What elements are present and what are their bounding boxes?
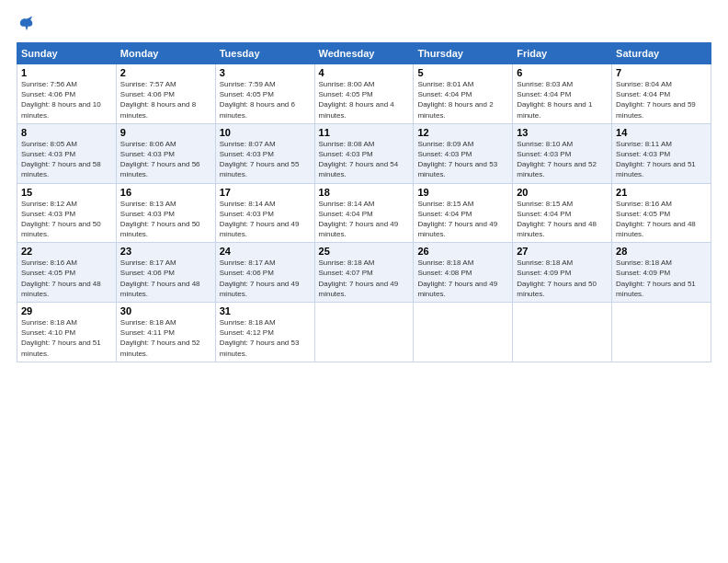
day-number: 4: [319, 67, 410, 78]
logo-icon: [17, 15, 37, 35]
week-row: 8 Sunrise: 8:05 AMSunset: 4:03 PMDayligh…: [17, 123, 711, 183]
cell-info: Sunrise: 8:16 AMSunset: 4:05 PMDaylight:…: [616, 200, 696, 239]
cell-info: Sunrise: 7:59 AMSunset: 4:05 PMDaylight:…: [220, 80, 295, 120]
calendar-cell: 26 Sunrise: 8:18 AMSunset: 4:08 PMDaylig…: [414, 243, 513, 303]
column-header-thursday: Thursday: [414, 43, 513, 64]
calendar-cell: 21 Sunrise: 8:16 AMSunset: 4:05 PMDaylig…: [612, 183, 711, 243]
column-header-saturday: Saturday: [612, 43, 711, 64]
day-number: 31: [220, 305, 311, 316]
cell-info: Sunrise: 8:18 AMSunset: 4:10 PMDaylight:…: [21, 318, 101, 358]
calendar-cell: 5 Sunrise: 8:01 AMSunset: 4:04 PMDayligh…: [414, 64, 513, 124]
day-number: 20: [517, 187, 608, 198]
day-number: 14: [616, 127, 707, 138]
calendar-cell: 11 Sunrise: 8:08 AMSunset: 4:03 PMDaylig…: [314, 123, 414, 183]
calendar-cell: 18 Sunrise: 8:14 AMSunset: 4:04 PMDaylig…: [314, 183, 414, 243]
day-number: 17: [220, 187, 311, 198]
day-number: 8: [21, 127, 112, 138]
calendar-cell: 22 Sunrise: 8:16 AMSunset: 4:05 PMDaylig…: [17, 243, 117, 303]
week-row: 22 Sunrise: 8:16 AMSunset: 4:05 PMDaylig…: [17, 243, 711, 303]
cell-info: Sunrise: 8:18 AMSunset: 4:07 PMDaylight:…: [319, 259, 399, 298]
cell-info: Sunrise: 8:07 AMSunset: 4:03 PMDaylight:…: [220, 140, 300, 179]
calendar-cell: 20 Sunrise: 8:15 AMSunset: 4:04 PMDaylig…: [513, 183, 612, 243]
calendar-cell: 17 Sunrise: 8:14 AMSunset: 4:03 PMDaylig…: [215, 183, 314, 243]
week-row: 29 Sunrise: 8:18 AMSunset: 4:10 PMDaylig…: [17, 303, 711, 362]
cell-info: Sunrise: 8:12 AMSunset: 4:03 PMDaylight:…: [21, 200, 101, 239]
day-number: 11: [319, 127, 410, 138]
day-number: 16: [120, 187, 211, 198]
day-number: 15: [21, 187, 112, 198]
cell-info: Sunrise: 8:09 AMSunset: 4:03 PMDaylight:…: [417, 140, 497, 179]
calendar-cell: 4 Sunrise: 8:00 AMSunset: 4:05 PMDayligh…: [314, 64, 414, 124]
day-number: 22: [21, 246, 112, 257]
calendar-cell: 16 Sunrise: 8:13 AMSunset: 4:03 PMDaylig…: [116, 183, 215, 243]
day-number: 9: [120, 127, 211, 138]
cell-info: Sunrise: 8:17 AMSunset: 4:06 PMDaylight:…: [220, 259, 300, 298]
calendar-cell: 29 Sunrise: 8:18 AMSunset: 4:10 PMDaylig…: [17, 303, 117, 362]
page-header: [17, 15, 711, 35]
day-number: 5: [417, 67, 508, 78]
day-number: 24: [220, 246, 311, 257]
calendar-cell: 6 Sunrise: 8:03 AMSunset: 4:04 PMDayligh…: [513, 64, 612, 124]
day-number: 30: [120, 305, 211, 316]
day-number: 18: [319, 187, 410, 198]
calendar-table: SundayMondayTuesdayWednesdayThursdayFrid…: [17, 42, 711, 362]
cell-info: Sunrise: 8:15 AMSunset: 4:04 PMDaylight:…: [417, 200, 497, 239]
calendar-cell: 15 Sunrise: 8:12 AMSunset: 4:03 PMDaylig…: [17, 183, 117, 243]
column-header-wednesday: Wednesday: [314, 43, 414, 64]
week-row: 15 Sunrise: 8:12 AMSunset: 4:03 PMDaylig…: [17, 183, 711, 243]
calendar-cell: [612, 303, 711, 362]
calendar-cell: 28 Sunrise: 8:18 AMSunset: 4:09 PMDaylig…: [612, 243, 711, 303]
calendar-cell: 1 Sunrise: 7:56 AMSunset: 4:06 PMDayligh…: [17, 64, 117, 124]
column-header-tuesday: Tuesday: [215, 43, 314, 64]
day-number: 6: [517, 67, 608, 78]
day-number: 28: [616, 246, 707, 257]
day-number: 13: [517, 127, 608, 138]
day-number: 29: [21, 305, 112, 316]
calendar-cell: 19 Sunrise: 8:15 AMSunset: 4:04 PMDaylig…: [414, 183, 513, 243]
column-header-sunday: Sunday: [17, 43, 117, 64]
calendar-cell: 2 Sunrise: 7:57 AMSunset: 4:06 PMDayligh…: [116, 64, 215, 124]
cell-info: Sunrise: 8:15 AMSunset: 4:04 PMDaylight:…: [517, 200, 597, 239]
calendar-cell: 7 Sunrise: 8:04 AMSunset: 4:04 PMDayligh…: [612, 64, 711, 124]
calendar-cell: 12 Sunrise: 8:09 AMSunset: 4:03 PMDaylig…: [414, 123, 513, 183]
calendar-cell: 9 Sunrise: 8:06 AMSunset: 4:03 PMDayligh…: [116, 123, 215, 183]
calendar-cell: 27 Sunrise: 8:18 AMSunset: 4:09 PMDaylig…: [513, 243, 612, 303]
day-number: 3: [220, 67, 311, 78]
cell-info: Sunrise: 8:18 AMSunset: 4:08 PMDaylight:…: [417, 259, 497, 298]
cell-info: Sunrise: 8:08 AMSunset: 4:03 PMDaylight:…: [319, 140, 399, 179]
cell-info: Sunrise: 8:17 AMSunset: 4:06 PMDaylight:…: [120, 259, 200, 298]
cell-info: Sunrise: 8:11 AMSunset: 4:03 PMDaylight:…: [616, 140, 696, 179]
cell-info: Sunrise: 8:01 AMSunset: 4:04 PMDaylight:…: [417, 80, 493, 120]
cell-info: Sunrise: 8:14 AMSunset: 4:04 PMDaylight:…: [319, 200, 399, 239]
cell-info: Sunrise: 7:57 AMSunset: 4:06 PMDaylight:…: [120, 80, 196, 120]
cell-info: Sunrise: 8:13 AMSunset: 4:03 PMDaylight:…: [120, 200, 200, 239]
cell-info: Sunrise: 8:14 AMSunset: 4:03 PMDaylight:…: [220, 200, 300, 239]
day-number: 19: [417, 187, 508, 198]
calendar-cell: [414, 303, 513, 362]
calendar-cell: 23 Sunrise: 8:17 AMSunset: 4:06 PMDaylig…: [116, 243, 215, 303]
day-number: 2: [120, 67, 211, 78]
calendar-cell: 24 Sunrise: 8:17 AMSunset: 4:06 PMDaylig…: [215, 243, 314, 303]
cell-info: Sunrise: 8:05 AMSunset: 4:03 PMDaylight:…: [21, 140, 101, 179]
column-header-friday: Friday: [513, 43, 612, 64]
cell-info: Sunrise: 8:06 AMSunset: 4:03 PMDaylight:…: [120, 140, 200, 179]
week-row: 1 Sunrise: 7:56 AMSunset: 4:06 PMDayligh…: [17, 64, 711, 124]
day-number: 23: [120, 246, 211, 257]
day-number: 12: [417, 127, 508, 138]
calendar-cell: 31 Sunrise: 8:18 AMSunset: 4:12 PMDaylig…: [215, 303, 314, 362]
cell-info: Sunrise: 8:18 AMSunset: 4:09 PMDaylight:…: [517, 259, 597, 298]
logo: [17, 15, 40, 35]
cell-info: Sunrise: 8:03 AMSunset: 4:04 PMDaylight:…: [517, 80, 592, 120]
calendar-cell: [314, 303, 414, 362]
cell-info: Sunrise: 8:10 AMSunset: 4:03 PMDaylight:…: [517, 140, 597, 179]
day-number: 21: [616, 187, 707, 198]
day-number: 7: [616, 67, 707, 78]
calendar-cell: 10 Sunrise: 8:07 AMSunset: 4:03 PMDaylig…: [215, 123, 314, 183]
day-number: 25: [319, 246, 410, 257]
day-number: 10: [220, 127, 311, 138]
cell-info: Sunrise: 8:04 AMSunset: 4:04 PMDaylight:…: [616, 80, 696, 120]
calendar-cell: 30 Sunrise: 8:18 AMSunset: 4:11 PMDaylig…: [116, 303, 215, 362]
calendar-cell: 13 Sunrise: 8:10 AMSunset: 4:03 PMDaylig…: [513, 123, 612, 183]
calendar-cell: 3 Sunrise: 7:59 AMSunset: 4:05 PMDayligh…: [215, 64, 314, 124]
day-number: 26: [417, 246, 508, 257]
